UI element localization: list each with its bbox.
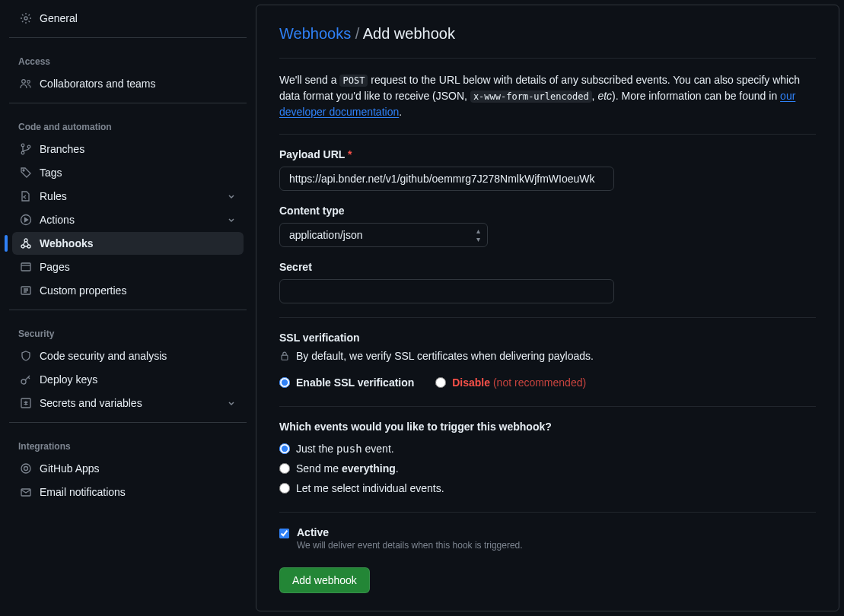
secret-input[interactable] xyxy=(279,279,614,303)
content-type-label: Content type xyxy=(279,205,816,217)
ssl-disable-radio-input[interactable] xyxy=(435,377,446,388)
sidebar-label: Actions xyxy=(40,214,219,226)
active-label: Active xyxy=(297,526,329,538)
apps-icon xyxy=(20,462,32,475)
svg-rect-11 xyxy=(21,263,30,271)
sidebar-label: Webhooks xyxy=(40,237,236,249)
section-header-access: Access xyxy=(5,46,251,71)
events-individual-radio-input[interactable] xyxy=(279,483,290,494)
sidebar-label: GitHub Apps xyxy=(40,462,236,475)
svg-point-9 xyxy=(21,245,24,248)
ssl-enable-radio-input[interactable] xyxy=(279,377,290,388)
ssl-heading: SSL verification xyxy=(279,332,816,344)
sidebar-item-collaborators[interactable]: Collaborators and teams xyxy=(12,72,244,95)
sidebar-item-general[interactable]: General xyxy=(12,7,244,30)
sidebar-label: Email notifications xyxy=(40,486,236,498)
content-type-select[interactable]: application/json xyxy=(279,223,488,247)
sidebar-label: Tags xyxy=(40,167,236,179)
sidebar-item-email-notifications[interactable]: Email notifications xyxy=(12,481,244,503)
section-header-integrations: Integrations xyxy=(5,430,251,456)
rules-icon xyxy=(20,190,32,202)
lock-icon xyxy=(279,351,290,361)
payload-url-label: Payload URL * xyxy=(279,148,816,160)
sidebar-label: Pages xyxy=(40,261,236,273)
key-icon xyxy=(20,373,32,386)
sidebar-item-webhooks[interactable]: Webhooks xyxy=(12,232,244,255)
add-webhook-button[interactable]: Add webhook xyxy=(279,567,370,593)
sidebar-item-branches[interactable]: Branches xyxy=(12,138,244,160)
ssl-note-text: By default, we verify SSL certificates w… xyxy=(296,350,594,362)
chevron-down-icon xyxy=(227,192,236,201)
ssl-disable-radio[interactable]: Disable (not recommended) xyxy=(435,373,586,392)
events-everything-radio[interactable]: Send me everything. xyxy=(279,459,816,478)
events-everything-radio-input[interactable] xyxy=(279,463,290,474)
gear-icon xyxy=(20,12,32,24)
sidebar-item-rules[interactable]: Rules xyxy=(12,185,244,208)
sidebar-label: Code security and analysis xyxy=(40,350,236,362)
shield-icon xyxy=(20,350,32,362)
sidebar-label: Branches xyxy=(40,143,236,155)
mail-icon xyxy=(20,486,32,498)
sidebar-item-pages[interactable]: Pages xyxy=(12,256,244,278)
sidebar-label: Collaborators and teams xyxy=(40,78,236,90)
sidebar-label: Custom properties xyxy=(40,284,236,297)
chevron-down-icon xyxy=(227,215,236,224)
sidebar-label: General xyxy=(40,12,236,24)
branch-icon xyxy=(20,143,32,155)
svg-point-15 xyxy=(21,464,30,473)
sidebar-item-tags[interactable]: Tags xyxy=(12,161,244,184)
events-heading: Which events would you like to trigger t… xyxy=(279,421,816,433)
events-push-radio-input[interactable] xyxy=(279,443,290,454)
breadcrumb-sep: / xyxy=(355,25,360,42)
ssl-enable-radio[interactable]: Enable SSL verification xyxy=(279,373,414,392)
webhook-icon xyxy=(20,237,32,249)
svg-rect-18 xyxy=(282,355,288,360)
breadcrumb-current: Add webhook xyxy=(363,25,455,42)
tag-icon xyxy=(20,167,32,179)
svg-point-1 xyxy=(22,80,26,84)
active-note: We will deliver event details when this … xyxy=(297,540,523,551)
play-icon xyxy=(20,214,32,226)
events-push-radio[interactable]: Just the push event. xyxy=(279,439,816,459)
sidebar-item-actions[interactable]: Actions xyxy=(12,208,244,231)
people-icon xyxy=(20,78,32,90)
events-individual-radio[interactable]: Let me select individual events. xyxy=(279,478,816,498)
sidebar-item-github-apps[interactable]: GitHub Apps xyxy=(12,457,244,480)
breadcrumb-parent-link[interactable]: Webhooks xyxy=(279,25,351,42)
browser-icon xyxy=(20,261,32,273)
payload-url-input[interactable] xyxy=(279,167,614,191)
svg-point-4 xyxy=(21,151,24,154)
sidebar-label: Secrets and variables xyxy=(40,397,219,409)
secret-label: Secret xyxy=(279,261,816,273)
svg-point-6 xyxy=(23,170,24,171)
svg-point-3 xyxy=(21,144,24,147)
svg-point-5 xyxy=(27,145,30,148)
sidebar-item-custom-properties[interactable]: Custom properties xyxy=(12,279,244,302)
breadcrumb: Webhooks / Add webhook xyxy=(279,25,816,43)
active-checkbox[interactable] xyxy=(279,529,289,538)
svg-point-2 xyxy=(27,81,30,84)
section-header-code: Code and automation xyxy=(5,111,251,137)
sidebar-item-secrets[interactable]: Secrets and variables xyxy=(12,392,244,414)
svg-point-16 xyxy=(24,467,28,471)
list-icon xyxy=(20,284,32,297)
asterisk-icon xyxy=(20,397,32,409)
section-header-security: Security xyxy=(5,318,251,344)
svg-point-10 xyxy=(27,245,30,248)
description-text: We'll send a POST request to the URL bel… xyxy=(279,72,816,120)
sidebar-label: Deploy keys xyxy=(40,373,236,386)
chevron-down-icon xyxy=(227,398,236,408)
svg-point-0 xyxy=(24,17,27,20)
sidebar-label: Rules xyxy=(40,190,219,202)
sidebar-item-code-security[interactable]: Code security and analysis xyxy=(12,345,244,367)
sidebar-item-deploy-keys[interactable]: Deploy keys xyxy=(12,368,244,391)
